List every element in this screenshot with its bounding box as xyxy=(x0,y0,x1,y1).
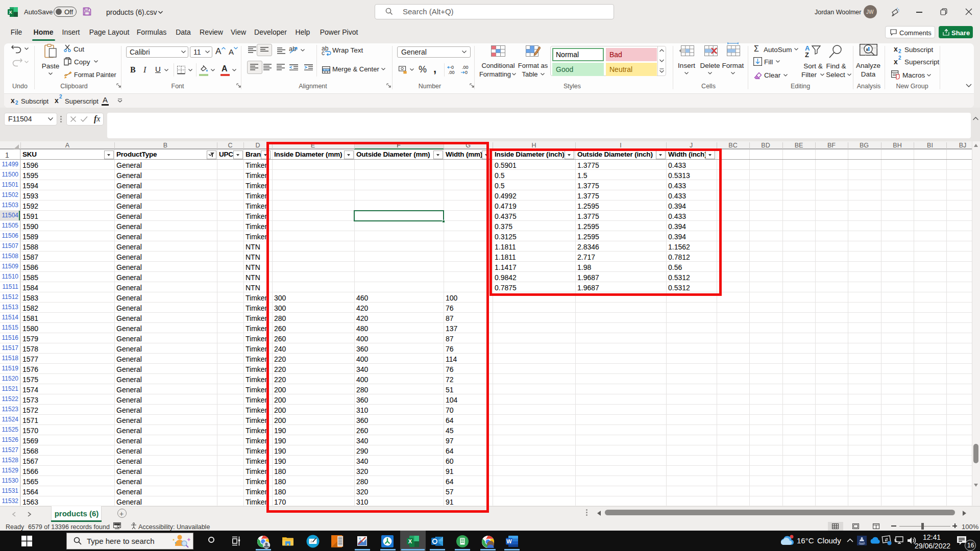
svg-text:X: X xyxy=(9,9,12,15)
svg-text:W: W xyxy=(506,538,512,544)
svg-text:X: X xyxy=(408,538,412,544)
